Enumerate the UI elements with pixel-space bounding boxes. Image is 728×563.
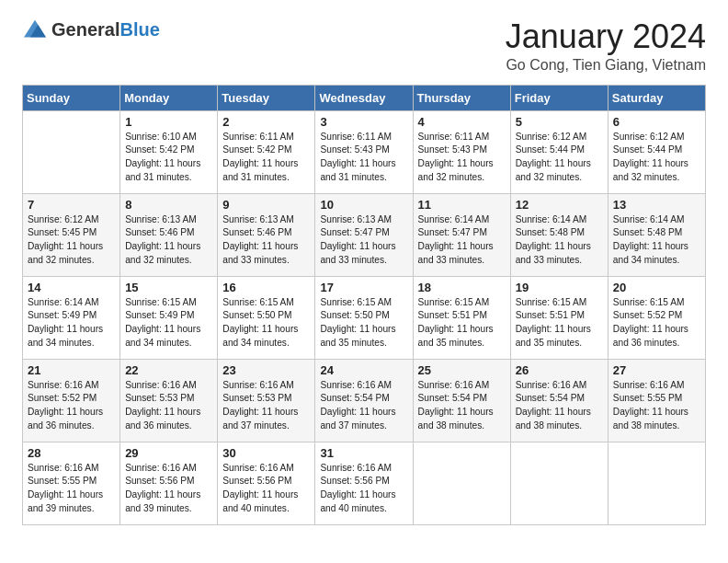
title-block: January 2024 Go Cong, Tien Giang, Vietna…	[506, 18, 706, 74]
calendar-cell: 3Sunrise: 6:11 AMSunset: 5:43 PMDaylight…	[315, 110, 413, 193]
day-number: 8	[125, 198, 212, 212]
day-number: 26	[516, 363, 603, 377]
calendar-cell: 14Sunrise: 6:14 AMSunset: 5:49 PMDayligh…	[23, 276, 120, 359]
col-header-saturday: Saturday	[608, 85, 705, 110]
day-number: 2	[222, 115, 310, 129]
calendar-cell: 2Sunrise: 6:11 AMSunset: 5:42 PMDaylight…	[218, 110, 315, 193]
day-number: 9	[222, 198, 310, 212]
calendar-cell: 26Sunrise: 6:16 AMSunset: 5:54 PMDayligh…	[510, 359, 608, 442]
cell-info: Sunrise: 6:15 AMSunset: 5:52 PMDaylight:…	[613, 296, 700, 350]
cell-info: Sunrise: 6:16 AMSunset: 5:54 PMDaylight:…	[516, 379, 603, 433]
cell-info: Sunrise: 6:16 AMSunset: 5:53 PMDaylight:…	[125, 379, 212, 433]
calendar-cell: 22Sunrise: 6:16 AMSunset: 5:53 PMDayligh…	[120, 359, 218, 442]
calendar-cell: 18Sunrise: 6:15 AMSunset: 5:51 PMDayligh…	[413, 276, 510, 359]
day-number: 4	[418, 115, 506, 129]
calendar-cell: 15Sunrise: 6:15 AMSunset: 5:49 PMDayligh…	[120, 276, 218, 359]
cell-info: Sunrise: 6:15 AMSunset: 5:50 PMDaylight:…	[320, 296, 407, 350]
cell-info: Sunrise: 6:16 AMSunset: 5:56 PMDaylight:…	[222, 462, 310, 516]
day-number: 5	[516, 115, 603, 129]
cell-info: Sunrise: 6:15 AMSunset: 5:50 PMDaylight:…	[222, 296, 310, 350]
col-header-sunday: Sunday	[23, 85, 120, 110]
cell-info: Sunrise: 6:16 AMSunset: 5:55 PMDaylight:…	[28, 462, 115, 516]
day-number: 30	[222, 446, 310, 460]
day-number: 31	[320, 446, 407, 460]
cell-info: Sunrise: 6:16 AMSunset: 5:54 PMDaylight:…	[418, 379, 506, 433]
day-number: 6	[613, 115, 700, 129]
day-number: 20	[613, 281, 700, 294]
calendar-week-row: 7Sunrise: 6:12 AMSunset: 5:45 PMDaylight…	[23, 193, 706, 276]
col-header-thursday: Thursday	[413, 85, 510, 110]
cell-info: Sunrise: 6:10 AMSunset: 5:42 PMDaylight:…	[125, 131, 212, 185]
calendar-cell: 11Sunrise: 6:14 AMSunset: 5:47 PMDayligh…	[413, 193, 510, 276]
calendar-cell	[510, 442, 608, 524]
day-number: 18	[418, 281, 506, 294]
calendar-cell: 27Sunrise: 6:16 AMSunset: 5:55 PMDayligh…	[608, 359, 705, 442]
calendar-cell	[23, 110, 120, 193]
calendar-cell: 10Sunrise: 6:13 AMSunset: 5:47 PMDayligh…	[315, 193, 413, 276]
calendar-cell: 30Sunrise: 6:16 AMSunset: 5:56 PMDayligh…	[218, 442, 315, 524]
calendar-cell	[608, 442, 705, 524]
calendar-cell: 13Sunrise: 6:14 AMSunset: 5:48 PMDayligh…	[608, 193, 705, 276]
calendar-cell: 21Sunrise: 6:16 AMSunset: 5:52 PMDayligh…	[23, 359, 120, 442]
day-number: 23	[222, 363, 310, 377]
day-number: 10	[320, 198, 407, 212]
logo-general-text: General	[51, 20, 119, 39]
day-number: 25	[418, 363, 506, 377]
calendar-cell: 12Sunrise: 6:14 AMSunset: 5:48 PMDayligh…	[510, 193, 608, 276]
calendar-week-row: 28Sunrise: 6:16 AMSunset: 5:55 PMDayligh…	[23, 442, 706, 524]
page-header: General Blue January 2024 Go Cong, Tien …	[22, 18, 706, 74]
day-number: 7	[28, 198, 115, 212]
day-number: 14	[28, 281, 115, 294]
cell-info: Sunrise: 6:12 AMSunset: 5:44 PMDaylight:…	[516, 131, 603, 185]
cell-info: Sunrise: 6:13 AMSunset: 5:46 PMDaylight:…	[125, 213, 212, 268]
cell-info: Sunrise: 6:15 AMSunset: 5:49 PMDaylight:…	[125, 296, 212, 350]
cell-info: Sunrise: 6:16 AMSunset: 5:56 PMDaylight:…	[125, 462, 212, 516]
day-number: 24	[320, 363, 407, 377]
cell-info: Sunrise: 6:16 AMSunset: 5:55 PMDaylight:…	[613, 379, 700, 433]
calendar-cell: 20Sunrise: 6:15 AMSunset: 5:52 PMDayligh…	[608, 276, 705, 359]
day-number: 17	[320, 281, 407, 294]
calendar-cell: 19Sunrise: 6:15 AMSunset: 5:51 PMDayligh…	[510, 276, 608, 359]
cell-info: Sunrise: 6:14 AMSunset: 5:47 PMDaylight:…	[418, 213, 506, 268]
col-header-friday: Friday	[510, 85, 608, 110]
calendar-week-row: 1Sunrise: 6:10 AMSunset: 5:42 PMDaylight…	[23, 110, 706, 193]
cell-info: Sunrise: 6:12 AMSunset: 5:45 PMDaylight:…	[28, 213, 115, 268]
calendar-cell: 7Sunrise: 6:12 AMSunset: 5:45 PMDaylight…	[23, 193, 120, 276]
cell-info: Sunrise: 6:12 AMSunset: 5:44 PMDaylight:…	[613, 131, 700, 185]
calendar-cell	[413, 442, 510, 524]
cell-info: Sunrise: 6:11 AMSunset: 5:43 PMDaylight:…	[320, 131, 407, 185]
col-header-tuesday: Tuesday	[218, 85, 315, 110]
cell-info: Sunrise: 6:16 AMSunset: 5:54 PMDaylight:…	[320, 379, 407, 433]
cell-info: Sunrise: 6:13 AMSunset: 5:47 PMDaylight:…	[320, 213, 407, 268]
day-number: 19	[516, 281, 603, 294]
day-number: 15	[125, 281, 212, 294]
cell-info: Sunrise: 6:15 AMSunset: 5:51 PMDaylight:…	[516, 296, 603, 350]
logo-icon	[22, 18, 48, 40]
col-header-wednesday: Wednesday	[315, 85, 413, 110]
day-number: 11	[418, 198, 506, 212]
day-number: 29	[125, 446, 212, 460]
calendar-week-row: 14Sunrise: 6:14 AMSunset: 5:49 PMDayligh…	[23, 276, 706, 359]
day-number: 3	[320, 115, 407, 129]
cell-info: Sunrise: 6:16 AMSunset: 5:52 PMDaylight:…	[28, 379, 115, 433]
logo: General Blue	[22, 18, 160, 40]
calendar-cell: 25Sunrise: 6:16 AMSunset: 5:54 PMDayligh…	[413, 359, 510, 442]
cell-info: Sunrise: 6:11 AMSunset: 5:43 PMDaylight:…	[418, 131, 506, 185]
calendar-week-row: 21Sunrise: 6:16 AMSunset: 5:52 PMDayligh…	[23, 359, 706, 442]
calendar-cell: 31Sunrise: 6:16 AMSunset: 5:56 PMDayligh…	[315, 442, 413, 524]
calendar-cell: 24Sunrise: 6:16 AMSunset: 5:54 PMDayligh…	[315, 359, 413, 442]
day-number: 27	[613, 363, 700, 377]
day-number: 22	[125, 363, 212, 377]
logo-blue-text: Blue	[119, 20, 159, 39]
calendar-cell: 4Sunrise: 6:11 AMSunset: 5:43 PMDaylight…	[413, 110, 510, 193]
cell-info: Sunrise: 6:14 AMSunset: 5:48 PMDaylight:…	[516, 213, 603, 268]
day-number: 13	[613, 198, 700, 212]
day-number: 12	[516, 198, 603, 212]
calendar-cell: 23Sunrise: 6:16 AMSunset: 5:53 PMDayligh…	[218, 359, 315, 442]
calendar-header-row: SundayMondayTuesdayWednesdayThursdayFrid…	[23, 85, 706, 110]
col-header-monday: Monday	[120, 85, 218, 110]
cell-info: Sunrise: 6:13 AMSunset: 5:46 PMDaylight:…	[222, 213, 310, 268]
calendar-cell: 16Sunrise: 6:15 AMSunset: 5:50 PMDayligh…	[218, 276, 315, 359]
day-number: 21	[28, 363, 115, 377]
calendar-cell: 8Sunrise: 6:13 AMSunset: 5:46 PMDaylight…	[120, 193, 218, 276]
